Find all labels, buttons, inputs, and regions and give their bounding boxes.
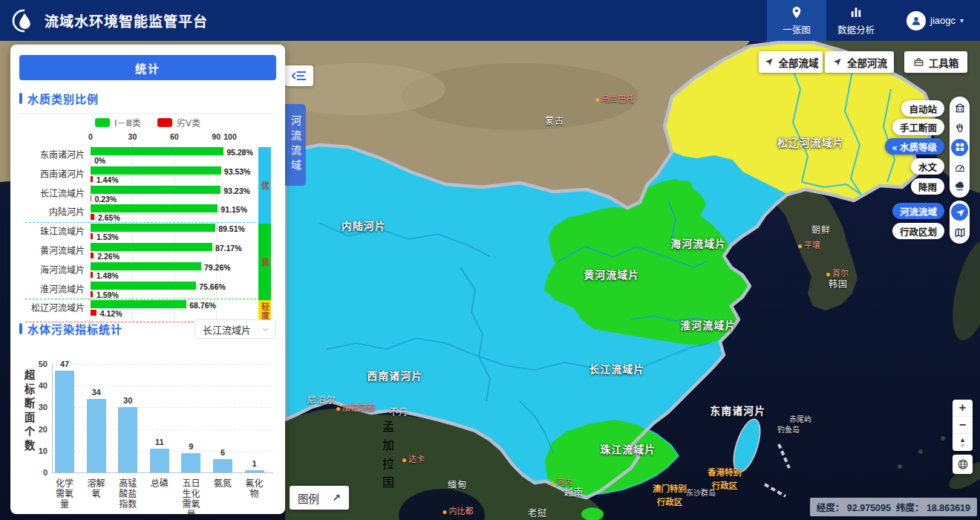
good-bar[interactable] [91, 147, 223, 155]
river-basin-vertical-tab[interactable]: 河流流域 [285, 104, 306, 186]
bad-bar[interactable] [91, 214, 94, 220]
layer-pill-label: 河流流域 [900, 204, 937, 218]
layer-toggle-降雨[interactable] [951, 178, 968, 195]
quality-legend: Ⅰ－Ⅲ类劣Ⅴ类 [19, 116, 276, 129]
row-label-海河流域片: 海河流域片 [21, 263, 85, 276]
nav-item-map[interactable]: 一张图 [767, 0, 826, 41]
pollution-bar-五日生化需氧量[interactable] [181, 453, 200, 472]
y-tick: 30 [25, 403, 48, 412]
layer-toggle-水文[interactable] [951, 158, 968, 175]
pollution-bar-溶解氧[interactable] [87, 399, 106, 472]
y-tick: 10 [25, 446, 48, 455]
map-button-工具箱[interactable]: 工具箱 [904, 51, 967, 73]
rain-icon [954, 181, 966, 192]
good-bar[interactable] [91, 300, 186, 308]
pollution-bar-高锰酸盐指数[interactable] [118, 407, 137, 472]
good-value: 93.53% [224, 167, 251, 176]
tilt-button[interactable]: ▲ ▼ [953, 434, 973, 451]
grade-band-优: 优 [258, 147, 271, 224]
bar-label: 化学 需氧 量 [48, 478, 82, 510]
threshold-line [25, 222, 271, 223]
legend-button[interactable]: 图例 ↗ [290, 486, 349, 510]
basin-select[interactable]: 长江流域片 [195, 319, 276, 339]
grid-line [52, 407, 273, 408]
good-bar[interactable] [91, 243, 212, 251]
good-bar[interactable] [91, 186, 220, 194]
x-axis-line [52, 472, 273, 473]
good-bar[interactable] [91, 282, 196, 290]
pollution-bar-化学需氧量[interactable] [55, 371, 74, 472]
user-menu[interactable]: jiaogc ▾ [906, 11, 964, 30]
bar-value: 47 [60, 360, 69, 368]
bad-bar[interactable] [91, 291, 93, 297]
row-label-淮河流域片: 淮河流域片 [21, 282, 85, 295]
lng-value: 92.975095 [847, 503, 891, 513]
layer-toggle-行政区划[interactable] [951, 224, 968, 241]
legend-label: 劣Ⅴ类 [177, 116, 200, 129]
bad-bar[interactable] [91, 310, 97, 316]
row-label-西南诸河片: 西南诸河片 [21, 167, 85, 180]
bar-label: 总磷 [143, 478, 177, 489]
map-button-全部流域[interactable]: 全部流域 [759, 51, 823, 73]
pollution-bar-总磷[interactable] [150, 449, 169, 472]
water-quality-title: 水质类别比例 [27, 91, 99, 106]
y-axis-line [52, 364, 53, 472]
collapse-icon [292, 70, 307, 82]
bad-bar[interactable] [91, 233, 93, 239]
bad-value: 1.59% [97, 290, 119, 299]
bar-label: 溶解 氧 [79, 478, 114, 499]
y-tick: 20 [25, 425, 48, 434]
axis-tick: 100 [223, 132, 237, 141]
bad-bar[interactable] [91, 253, 94, 259]
layer-pill-label: 手工断面 [900, 120, 937, 134]
layer-icon-bar-1 [950, 201, 970, 244]
layer-toggle-手工断面[interactable] [951, 119, 968, 136]
axis-tick: 0 [88, 132, 93, 141]
good-bar[interactable] [91, 224, 215, 232]
good-bar[interactable] [91, 166, 221, 175]
map-button-全部河流[interactable]: 全部河流 [825, 51, 894, 73]
bad-value: 0.23% [94, 195, 117, 204]
layer-pill-label: « 水质等级 [892, 140, 937, 154]
user-icon [909, 14, 923, 27]
pollution-title: 水体污染指标统计 [27, 321, 122, 337]
good-value: 89.51% [218, 224, 245, 233]
map-button-label: 全部河流 [847, 55, 887, 70]
legend-swatch [157, 118, 172, 127]
layer-toggle-水质等级[interactable] [951, 139, 968, 156]
stats-tab-button[interactable]: 统计 [19, 55, 276, 80]
map-button-label: 全部流域 [779, 55, 819, 70]
layer-pill-降雨[interactable]: 降雨 [911, 178, 944, 195]
good-bar[interactable] [91, 262, 201, 270]
good-bar[interactable] [91, 204, 218, 212]
quality-bar-chart: 0306090100东南诸河片95.28%0%西南诸河片93.53%1.44%长… [19, 132, 276, 325]
threshold-line [25, 299, 271, 299]
legend-item: Ⅰ－Ⅲ类 [95, 116, 141, 129]
app-title: 流域水环境智能监管平台 [45, 10, 208, 30]
globe-reset-button[interactable] [953, 455, 973, 474]
layer-pill-label: 自动站 [909, 102, 937, 116]
layer-toggle-自动站[interactable] [951, 100, 968, 117]
layer-pill-水质等级[interactable]: « 水质等级 [885, 138, 944, 155]
panel-collapse-button[interactable] [285, 65, 313, 86]
nav-item-analytics[interactable]: 数据分析 [826, 0, 886, 41]
layer-pill-手工断面[interactable]: 手工断面 [892, 119, 944, 135]
zoom-in-button[interactable]: + [953, 400, 973, 417]
pollution-bar-氟化物[interactable] [245, 470, 264, 472]
zoom-out-button[interactable]: − [953, 417, 973, 434]
bad-bar[interactable] [91, 272, 93, 278]
row-label-东南诸河片: 东南诸河片 [21, 148, 85, 160]
basin-select-value: 长江流域片 [203, 322, 251, 337]
lat-value: 18.863619 [927, 503, 970, 513]
coordinate-readout: 经度： 92.975095 纬度： 18.863619 [810, 498, 977, 516]
bad-value: 2.65% [98, 213, 120, 222]
layer-pill-河流流域[interactable]: 河流流域 [892, 203, 944, 219]
bad-bar[interactable] [91, 176, 93, 182]
bar-value: 9 [189, 442, 193, 451]
layer-toggle-河流流域[interactable] [951, 204, 968, 221]
layer-pill-行政区划[interactable]: 行政区划 [892, 223, 944, 239]
layer-pill-水文[interactable]: 水文 [911, 158, 944, 175]
pollution-bar-氨氮[interactable] [213, 459, 232, 472]
layer-pill-自动站[interactable]: 自动站 [901, 100, 944, 117]
good-value: 95.28% [226, 148, 253, 157]
